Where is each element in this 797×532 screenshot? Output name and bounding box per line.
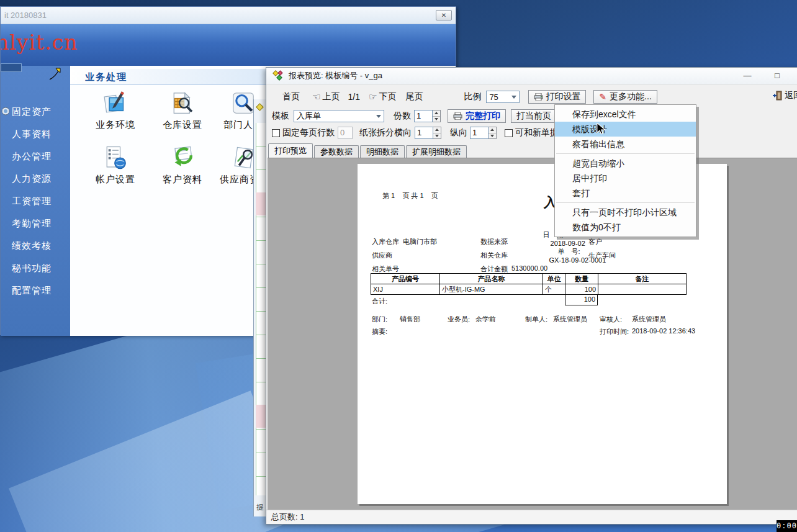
tab-print-preview[interactable]: 打印预览 [268, 143, 313, 158]
maximize-button[interactable]: □ [768, 69, 786, 83]
menu-item-save-excel[interactable]: 保存到excel文件 [555, 107, 696, 122]
report-table: 产品编号 产品名称 单位 数量 备注 XIJ 小型机-IG-MG 个 100 [371, 273, 687, 295]
report-preview-window: 报表预览: 模板编号 - v_ga — □ 首页 ☜ 上页 1/1 ☞ 下页 尾… [266, 67, 797, 525]
template-select[interactable]: 入库单 [294, 110, 384, 122]
split-horizontal-label: 纸张拆分横向 [359, 127, 412, 138]
next-page-icon: ☞ [369, 91, 377, 102]
close-button[interactable]: ✕ [436, 10, 452, 20]
fixed-rows-checkbox[interactable] [272, 129, 280, 137]
copies-input[interactable]: 1 [414, 110, 433, 122]
hidden-grid-cell [256, 405, 266, 428]
sidebar-item-performance[interactable]: 绩效考核 [1, 235, 70, 257]
customer-files-icon [169, 145, 196, 170]
mouse-cursor-icon [596, 123, 607, 135]
menu-item-template-design[interactable]: 模版设计 [555, 122, 696, 137]
chevron-down-icon [376, 115, 381, 118]
recording-timer: 0:00 [777, 520, 797, 532]
sidebar-item-label: 考勤管理 [12, 218, 52, 228]
col-product-name: 产品名称 [440, 274, 543, 284]
menu-item-auto-shrink[interactable]: 超宽自动缩小 [555, 156, 696, 171]
hidden-window-icon [256, 103, 264, 111]
app-business-env[interactable]: 业务环境 [83, 91, 148, 131]
options-toolbar: 固定每页行数 0 纸张拆分横向 1 纵向 1 可和新单据合打 [266, 125, 797, 141]
scale-select[interactable]: 75 [486, 91, 520, 103]
minimize-button[interactable]: — [738, 69, 757, 83]
app-banner: nlyit.cn [1, 24, 456, 66]
fixed-rows-label: 固定每页行数 [282, 127, 335, 138]
fixed-rows-input[interactable]: 0 [338, 127, 353, 139]
split-vertical-stepper[interactable] [489, 127, 497, 139]
sidebar-item-fixed-assets[interactable]: 固定资产 [1, 101, 70, 123]
salesman-label: 业务员: [448, 315, 470, 324]
return-button[interactable]: 返回 [773, 90, 797, 101]
app-label: 业务环境 [83, 119, 148, 131]
next-page-button[interactable]: 下页 [379, 91, 396, 102]
preview-titlebar: 报表预览: 模板编号 - v_ga — □ [266, 68, 797, 84]
scale-label: 比例 [464, 91, 481, 102]
sidebar-item-attendance-mgmt[interactable]: 考勤管理 [1, 212, 70, 235]
merge-checkbox[interactable] [505, 129, 513, 137]
exit-door-icon [773, 91, 783, 101]
print-time-value: 2018-09-02 12:36:43 [632, 327, 695, 335]
tab-extended-detail-data[interactable]: 扩展明细数据 [406, 145, 467, 158]
split-horizontal-stepper[interactable] [433, 127, 441, 139]
menu-item-center-print[interactable]: 居中打印 [555, 171, 696, 186]
brand-text: nlyit.cn [1, 30, 78, 55]
prev-page-icon: ☜ [312, 91, 320, 102]
menu-item-overlay-print[interactable]: 套打 [555, 186, 696, 201]
report-window-icon [272, 70, 284, 81]
desktop: it 20180831 ✕ nlyit.cn 固 [0, 0, 797, 532]
department-staff-icon [230, 91, 256, 115]
print-current-page-button[interactable]: 打当前页 [511, 109, 557, 123]
page-indicator: 1/1 [348, 92, 359, 102]
print-current-label: 打当前页 [516, 110, 551, 122]
customer-label: 客户 [588, 237, 602, 246]
sidebar-item-secretary[interactable]: 秘书功能 [1, 257, 70, 279]
preview-tabs: 打印预览 参数数据 明细数据 扩展明细数据 [266, 143, 797, 158]
background-window-sliver: 提 [253, 99, 266, 516]
print-settings-button[interactable]: 打印设置 [528, 90, 586, 104]
menu-item-zero-no-print[interactable]: 数值为0不打 [555, 220, 696, 235]
menu-item-view-output[interactable]: 察看输出信息 [555, 137, 696, 151]
col-product-code: 产品编号 [371, 274, 440, 284]
template-label: 模板 [272, 110, 289, 122]
more-functions-button[interactable]: ✎ 更多功能... [593, 90, 657, 104]
sidebar-item-config-mgmt[interactable]: 配置管理 [1, 279, 70, 302]
auditor-value: 系统管理员 [632, 315, 666, 324]
tab-parameter-data[interactable]: 参数数据 [314, 145, 359, 158]
print-time-label: 打印时间: [600, 327, 629, 336]
preview-area: 第 1 页 共 1 页 入库单 日 期: 2018-09-02 单 号: GX-… [268, 158, 797, 510]
summary-label: 摘要: [372, 327, 387, 336]
dept-value: 销售部 [400, 315, 420, 324]
first-page-button[interactable]: 首页 [282, 91, 300, 102]
app-account-settings[interactable]: 帐户设置 [83, 145, 148, 186]
app-warehouse-settings[interactable]: 仓库设置 [150, 91, 215, 131]
preview-statusbar: 总页数: 1 [266, 510, 797, 524]
return-label: 返回 [785, 90, 797, 101]
last-page-button[interactable]: 尾页 [405, 91, 423, 102]
sidebar-item-office-mgmt[interactable]: 办公管理 [1, 145, 70, 168]
cell-remark [598, 284, 687, 295]
recorder-cursor-icon [48, 67, 61, 81]
app-customer-files[interactable]: 客户资料 [150, 145, 215, 186]
menu-item-single-page-no-subtotal[interactable]: 只有一页时不打印小计区域 [555, 205, 696, 220]
more-functions-label: 更多功能... [610, 91, 652, 102]
dept-label: 部门: [372, 315, 387, 324]
sidebar-item-label: 秘书功能 [12, 263, 52, 273]
copies-stepper[interactable] [433, 110, 441, 122]
template-value: 入库单 [297, 110, 321, 122]
prev-page-button[interactable]: 上页 [322, 91, 340, 102]
sidebar-item-label: 人力资源 [12, 173, 52, 184]
split-vertical-input[interactable]: 1 [470, 127, 489, 139]
sidebar-tab-notch [1, 63, 22, 72]
hidden-grid [256, 123, 266, 495]
full-print-button[interactable]: 完整打印 [448, 109, 506, 123]
sidebar-item-human-resources[interactable]: 人力资源 [1, 168, 70, 190]
tab-detail-data[interactable]: 明细数据 [360, 145, 405, 158]
main-window-title: it 20180831 [4, 11, 47, 20]
menu-separator [556, 202, 695, 203]
split-horizontal-input[interactable]: 1 [415, 127, 433, 139]
auditor-label: 审核人: [600, 315, 622, 324]
sidebar-item-hr-files[interactable]: 人事资料 [1, 123, 70, 145]
sidebar-item-salary-mgmt[interactable]: 工资管理 [1, 190, 70, 212]
